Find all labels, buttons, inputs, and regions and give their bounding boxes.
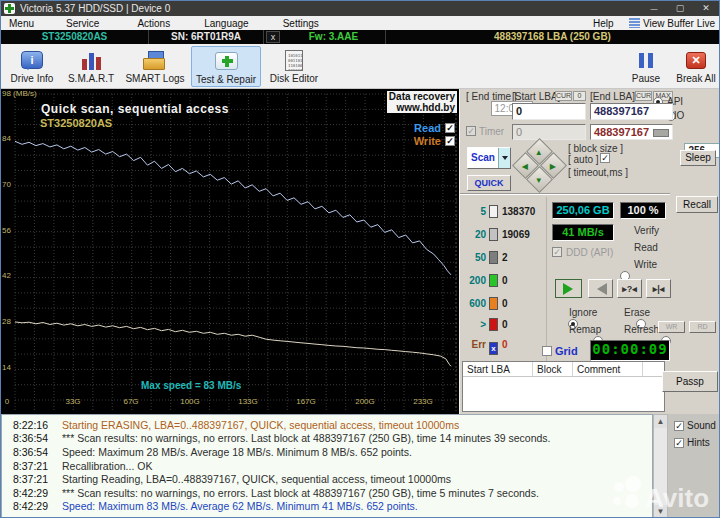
x-tick: 100G (176, 397, 204, 406)
title-bar: Victoria 5.37 HDD/SSD | Device 0 (1, 1, 719, 16)
start-lba-zero-button[interactable]: 0 (573, 91, 586, 101)
x-tick: 133G (234, 397, 262, 406)
maximize-icon[interactable] (667, 1, 693, 16)
menu-item-settings[interactable]: Settings (279, 18, 323, 29)
graph-title: Quick scan, sequential access (41, 102, 229, 116)
log-row: 8:22:16Starting ERASING, LBA=0..48839716… (2, 418, 652, 432)
end-lba-label: [End LBA] (590, 91, 635, 102)
hdd-by-badge: Data recovery www.hdd.by (387, 91, 457, 113)
app-logo-green-cross-icon (4, 3, 15, 14)
latency-bucket-over: >0 (464, 318, 508, 331)
start-button[interactable] (555, 279, 582, 298)
minimize-icon[interactable] (641, 1, 667, 16)
start-lba-cur-button[interactable]: CUR (555, 91, 572, 101)
timer-label: Timer (479, 126, 504, 137)
skip-end-icon: ▸|◂ (653, 284, 665, 294)
x-tick: 167G (292, 397, 320, 406)
speed-graph-canvas (1, 89, 459, 414)
log-row: 8:36:54Speed: Maximum 28 MB/s. Average 1… (2, 445, 652, 459)
end-lba-cur-button[interactable]: CUR (635, 91, 652, 101)
scan-dropdown-arrow[interactable] (498, 148, 510, 168)
jump-to-end-button[interactable]: ▸|◂ (646, 279, 671, 298)
view-buffer-live-button[interactable]: View Buffer Live (629, 18, 715, 29)
read-legend-checkbox[interactable] (445, 123, 455, 133)
remap-label: Remap (569, 324, 601, 335)
menu-item-service[interactable]: Service (62, 18, 103, 29)
y-axis-top-label: 98 (MB/s) (2, 89, 37, 98)
menu-item-menu[interactable]: Menu (5, 18, 38, 29)
block-size-label: [ block size ] (568, 143, 623, 154)
grid-label: Grid (555, 345, 578, 357)
menu-item-help[interactable]: Help (589, 18, 618, 29)
percent-display: 100 % (620, 202, 666, 219)
latency-bucket-50: 502 (464, 251, 508, 264)
latency-color-block (489, 228, 498, 241)
legend-write: Write (414, 135, 455, 147)
hints-checkbox[interactable] (674, 438, 684, 448)
back-button[interactable] (588, 279, 613, 298)
timer-checkbox[interactable] (466, 126, 476, 136)
menu-item-language[interactable]: Language (200, 18, 253, 29)
device-bar-x-button[interactable]: x (266, 31, 280, 43)
close-icon[interactable] (693, 1, 719, 16)
jump-to-defect-button[interactable]: ▸?◂ (617, 279, 642, 298)
device-model: ST3250820AS (1, 30, 149, 44)
drive-info-button[interactable]: Drive Info (5, 46, 59, 87)
ddd-checkbox[interactable] (552, 247, 562, 257)
busy-led-indicator (653, 129, 669, 137)
start-lba-input[interactable]: 0 (512, 103, 586, 120)
pause-button[interactable]: Pause (627, 46, 665, 87)
x-tick: 233G (409, 397, 437, 406)
smart-button[interactable]: S.M.A.R.T (63, 46, 119, 87)
sound-option[interactable]: Sound (674, 420, 720, 431)
scroll-up-icon[interactable]: ▲ (654, 415, 667, 428)
menu-bar: Menu Service Actions Language Settings H… (1, 16, 719, 30)
latency-color-block (489, 205, 498, 218)
defects-table-header: Start LBA Block Comment (463, 362, 664, 377)
latency-bucket-600: 6000 (464, 297, 508, 310)
passp-button[interactable]: Passp (662, 371, 718, 392)
recall-button[interactable]: Recall (676, 196, 718, 213)
test-repair-button[interactable]: Test & Repair (191, 46, 261, 87)
quick-button[interactable]: QUICK (467, 175, 511, 191)
latency-bucket-200: 2000 (464, 274, 508, 287)
latency-color-block (489, 318, 498, 331)
ignore-label: Ignore (569, 307, 597, 318)
end-lba-input[interactable]: 488397167 (590, 103, 673, 120)
latency-bucket-5: 5138370 (464, 205, 535, 218)
smart-logs-button[interactable]: SMART Logs (123, 46, 187, 87)
latency-color-block (489, 297, 498, 310)
write-legend-checkbox[interactable] (445, 136, 455, 146)
first-aid-icon (215, 52, 238, 70)
disk-editor-button[interactable]: 101011 001101 110100 101011 Disk Editor (265, 46, 323, 87)
latency-color-block (489, 274, 498, 287)
rd-mini-button[interactable]: RD (689, 321, 716, 333)
legend-read: Read (414, 122, 455, 134)
defects-table[interactable]: Start LBA Block Comment (462, 361, 665, 412)
start-lba-row2[interactable]: 0 (512, 124, 586, 140)
log-panel: 8:22:16Starting ERASING, LBA=0..48839716… (1, 414, 653, 518)
max-speed-annotation: Max speed = 83 MB/s (141, 380, 241, 391)
graph-subtitle: ST3250820AS (40, 117, 112, 129)
wr-mini-button[interactable]: WR (658, 321, 685, 333)
size-display: 250,06 GB (552, 202, 614, 219)
svg-text:Avito: Avito (645, 483, 709, 513)
verify-label: Verify (634, 225, 659, 236)
auto-checkbox[interactable] (600, 153, 610, 163)
control-panel: [ End time ] [Start LBA] CUR 0 [End LBA]… (459, 89, 720, 414)
x-tick: 200G (351, 397, 379, 406)
latency-bucket-err: Errx0 (464, 339, 508, 355)
panel-divider (460, 193, 670, 195)
folder-icon (143, 51, 167, 70)
sound-checkbox[interactable] (674, 421, 684, 431)
ddd-label: DDD (API) (566, 247, 613, 258)
red-x-icon (686, 52, 706, 69)
grid-checkbox[interactable] (542, 346, 552, 356)
break-all-button[interactable]: Break All (673, 46, 719, 87)
skip-question-icon: ▸?◂ (622, 284, 637, 294)
hints-option[interactable]: Hints (674, 437, 720, 448)
y-tick: 14 (2, 363, 11, 372)
sleep-button[interactable]: Sleep (680, 150, 716, 166)
menu-item-actions[interactable]: Actions (133, 18, 174, 29)
log-row: 8:37:21Recallibration... OK (2, 459, 652, 473)
